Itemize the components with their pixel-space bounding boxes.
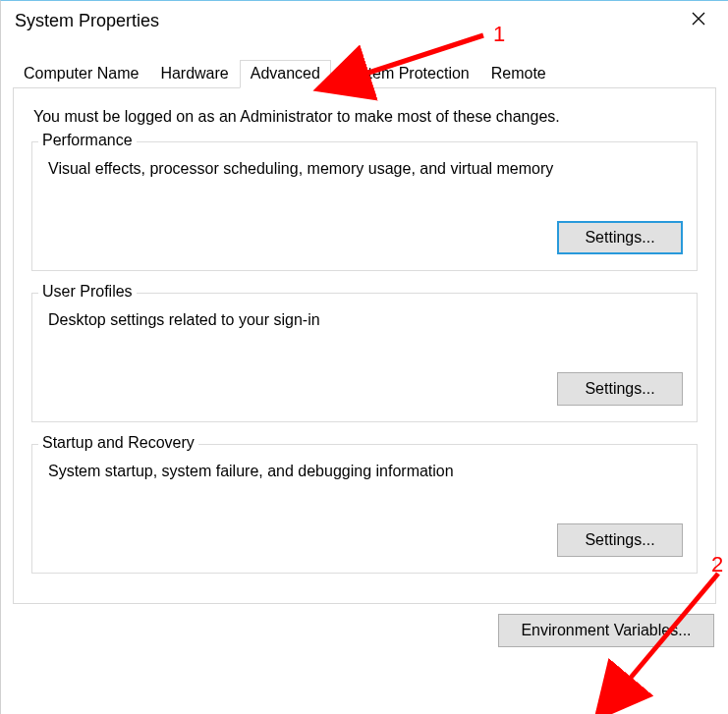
group-user-profiles: User Profiles Desktop settings related t… — [31, 293, 698, 422]
group-performance: Performance Visual effects, processor sc… — [31, 141, 698, 271]
group-user-profiles-desc: Desktop settings related to your sign-in — [48, 311, 683, 329]
environment-variables-button[interactable]: Environment Variables... — [498, 614, 714, 647]
window-title: System Properties — [15, 7, 159, 31]
tab-hardware[interactable]: Hardware — [149, 60, 239, 87]
intro-text: You must be logged on as an Administrato… — [33, 108, 698, 126]
tab-remote[interactable]: Remote — [480, 60, 557, 87]
system-properties-window: System Properties Computer Name Hardware… — [0, 0, 728, 714]
group-performance-title: Performance — [38, 132, 137, 149]
tab-computer-name[interactable]: Computer Name — [13, 60, 149, 87]
close-icon — [692, 12, 705, 26]
performance-settings-button[interactable]: Settings... — [557, 221, 683, 254]
tab-system-protection[interactable]: System Protection — [331, 60, 480, 87]
bottom-button-row: Environment Variables... — [1, 614, 714, 647]
tab-panel-advanced: You must be logged on as an Administrato… — [13, 87, 716, 604]
group-startup-desc: System startup, system failure, and debu… — [48, 463, 683, 480]
startup-settings-button[interactable]: Settings... — [557, 523, 683, 557]
tab-strip: Computer Name Hardware Advanced System P… — [1, 60, 728, 87]
group-startup-title: Startup and Recovery — [38, 434, 198, 452]
group-user-profiles-title: User Profiles — [38, 283, 137, 301]
titlebar: System Properties — [1, 1, 728, 48]
group-performance-desc: Visual effects, processor scheduling, me… — [48, 160, 683, 178]
close-button[interactable] — [671, 1, 726, 36]
user-profiles-settings-button[interactable]: Settings... — [557, 372, 683, 406]
tab-advanced[interactable]: Advanced — [240, 60, 331, 88]
group-startup-recovery: Startup and Recovery System startup, sys… — [31, 444, 698, 574]
